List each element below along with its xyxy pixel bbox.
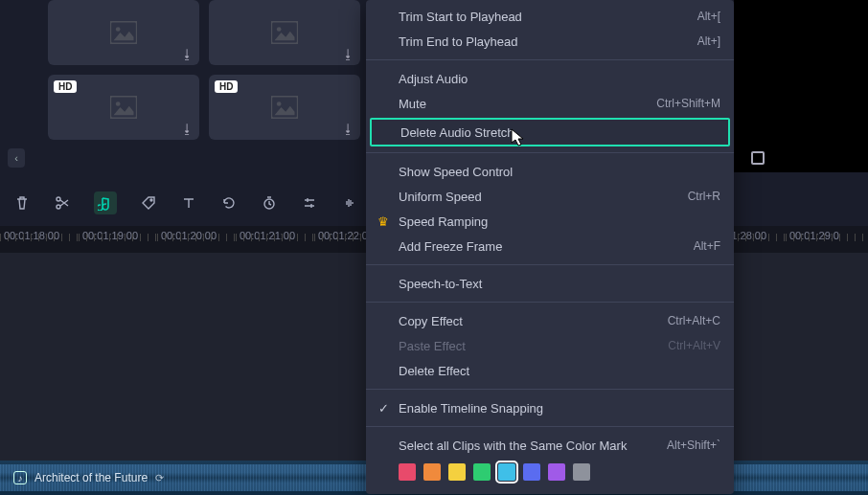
menu-item-label: Select all Clips with the Same Color Mar… xyxy=(399,439,627,453)
music-note-icon: ♪ xyxy=(13,471,27,484)
ruler-timestamp: 00:01:19:00 xyxy=(79,226,157,241)
menu-item-shortcut: Ctrl+Alt+V xyxy=(668,339,720,352)
svg-point-10 xyxy=(150,199,152,201)
menu-item[interactable]: Adjust Audio xyxy=(366,66,734,91)
media-thumbnail[interactable]: HD ⭳ xyxy=(48,75,199,140)
menu-item[interactable]: Delete Effect xyxy=(366,358,734,383)
color-swatch[interactable] xyxy=(523,463,540,481)
image-placeholder-icon xyxy=(271,21,298,44)
menu-item[interactable]: Copy EffectCtrl+Alt+C xyxy=(366,308,734,333)
crown-icon: ♛ xyxy=(376,214,391,229)
menu-item-label: Trim End to Playhead xyxy=(399,34,518,49)
hd-badge: HD xyxy=(54,80,77,93)
audio-stretch-icon[interactable] xyxy=(94,191,117,214)
svg-point-3 xyxy=(277,27,282,32)
context-menu: Trim Start to PlayheadAlt+[Trim End to P… xyxy=(366,0,734,494)
menu-item[interactable]: Trim End to PlayheadAlt+] xyxy=(366,29,734,54)
menu-item[interactable]: Delete Audio Stretch xyxy=(370,118,730,146)
timeline-toolbar xyxy=(13,191,358,214)
color-swatch[interactable] xyxy=(423,463,441,481)
rotate-icon[interactable] xyxy=(220,194,238,212)
menu-item-label: Enable Timeline Snapping xyxy=(399,401,543,416)
menu-item[interactable]: Select all Clips with the Same Color Mar… xyxy=(366,433,734,458)
loop-icon: ⟳ xyxy=(155,472,164,484)
svg-point-8 xyxy=(57,205,60,209)
ruler-timestamp: 00:01:29:0 xyxy=(786,226,864,241)
image-placeholder-icon xyxy=(110,21,137,44)
menu-item-shortcut: Alt+] xyxy=(697,34,720,48)
color-swatch[interactable] xyxy=(448,463,466,481)
hd-badge: HD xyxy=(215,80,238,93)
chevron-left-icon: ‹ xyxy=(14,152,18,164)
color-swatch-row xyxy=(366,458,734,484)
menu-item-label: Show Speed Control xyxy=(399,165,513,179)
menu-item-label: Adjust Audio xyxy=(399,72,468,86)
color-swatch[interactable] xyxy=(399,463,416,481)
color-swatch[interactable] xyxy=(473,463,491,481)
sound-mix-icon[interactable] xyxy=(341,194,358,212)
sliders-icon[interactable] xyxy=(301,194,318,212)
ruler-timestamp: 00:01:18:00 xyxy=(0,226,79,241)
image-placeholder-icon xyxy=(271,96,298,119)
menu-item-label: Speed Ramping xyxy=(399,214,488,229)
menu-item[interactable]: Add Freeze FrameAlt+F xyxy=(366,234,734,259)
ruler-timestamp: 00:01:20:00 xyxy=(157,226,236,241)
menu-item[interactable]: Trim Start to PlayheadAlt+[ xyxy=(366,4,734,29)
trash-icon[interactable] xyxy=(13,194,31,212)
menu-separator xyxy=(366,389,734,390)
menu-item[interactable]: Show Speed Control xyxy=(366,159,734,184)
menu-item: Paste EffectCtrl+Alt+V xyxy=(366,333,734,358)
menu-item[interactable]: ♛Speed Ramping xyxy=(366,209,734,234)
media-panel: ⭳ ⭳ HD ⭳ HD ⭳ xyxy=(0,0,369,172)
download-icon[interactable]: ⭳ xyxy=(181,47,194,61)
download-icon[interactable]: ⭳ xyxy=(342,47,354,61)
menu-item-label: Uniform Speed xyxy=(399,190,482,204)
timer-icon[interactable] xyxy=(261,194,278,212)
color-swatch[interactable] xyxy=(548,463,565,481)
menu-separator xyxy=(366,264,734,265)
menu-item-label: Delete Audio Stretch xyxy=(400,125,514,140)
download-icon[interactable]: ⭳ xyxy=(342,122,354,136)
media-thumbnail[interactable]: ⭳ xyxy=(48,0,199,65)
check-icon: ✓ xyxy=(376,401,391,416)
ruler-timestamp: 00:01:21:00 xyxy=(236,226,314,241)
video-preview xyxy=(734,0,868,172)
menu-separator xyxy=(366,426,734,427)
menu-item-label: Add Freeze Frame xyxy=(399,239,502,254)
collapse-panel-button[interactable]: ‹ xyxy=(8,148,25,168)
menu-item-shortcut: Alt+F xyxy=(694,239,720,253)
menu-item[interactable]: Uniform SpeedCtrl+R xyxy=(366,184,734,209)
image-placeholder-icon xyxy=(110,96,137,119)
tag-icon[interactable] xyxy=(140,194,157,212)
menu-item-label: Trim Start to Playhead xyxy=(399,10,522,24)
color-swatch[interactable] xyxy=(498,463,515,481)
svg-point-9 xyxy=(57,197,60,201)
menu-item[interactable]: ✓Enable Timeline Snapping xyxy=(366,395,734,420)
menu-item-label: Paste Effect xyxy=(399,339,466,353)
menu-item[interactable]: Speech-to-Text xyxy=(366,271,734,296)
media-thumbnail[interactable]: ⭳ xyxy=(209,0,360,65)
menu-item-shortcut: Ctrl+Alt+C xyxy=(668,314,720,327)
menu-item-shortcut: Ctrl+Shift+M xyxy=(656,97,720,110)
menu-separator xyxy=(366,302,734,303)
menu-item-label: Mute xyxy=(399,97,426,111)
menu-item-shortcut: Ctrl+R xyxy=(688,190,720,203)
menu-item-shortcut: Alt+Shift+` xyxy=(667,439,720,452)
media-thumbnail[interactable]: HD ⭳ xyxy=(209,75,360,140)
download-icon[interactable]: ⭳ xyxy=(181,122,194,136)
menu-item-label: Copy Effect xyxy=(399,314,463,328)
menu-separator xyxy=(366,59,734,60)
svg-point-5 xyxy=(116,101,121,106)
menu-separator xyxy=(366,152,734,153)
menu-item-label: Delete Effect xyxy=(399,364,469,378)
svg-point-1 xyxy=(116,27,121,32)
menu-item-shortcut: Alt+[ xyxy=(697,10,720,23)
fullscreen-icon[interactable] xyxy=(751,151,765,165)
menu-item[interactable]: MuteCtrl+Shift+M xyxy=(366,91,734,116)
audio-clip-label: Architect of the Future xyxy=(34,471,148,484)
scissors-icon[interactable] xyxy=(54,194,71,212)
svg-point-7 xyxy=(277,101,282,106)
menu-item-label: Speech-to-Text xyxy=(399,277,482,291)
color-swatch[interactable] xyxy=(573,463,590,481)
text-icon[interactable] xyxy=(180,194,197,212)
